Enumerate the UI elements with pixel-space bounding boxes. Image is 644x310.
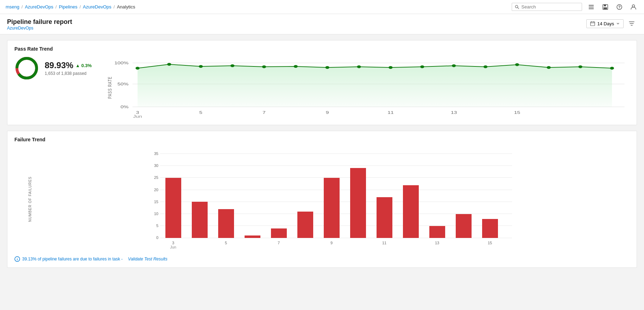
svg-rect-3 (589, 7, 594, 7)
svg-text:PASS RATE: PASS RATE (107, 76, 113, 99)
svg-text:5: 5 (199, 110, 202, 115)
date-range-label: 14 Days (597, 21, 614, 26)
svg-rect-4 (589, 8, 594, 9)
pass-rate-info: 89.93% ▲ 0.3% 1,653 of 1,838 passed (45, 60, 92, 76)
svg-point-38 (578, 65, 582, 68)
date-range-button[interactable]: 14 Days (586, 19, 624, 28)
nav-actions: ? (512, 2, 638, 12)
svg-point-28 (262, 65, 266, 68)
bar-3 (218, 209, 234, 238)
svg-point-30 (325, 66, 329, 69)
breadcrumb-azuredevops-2[interactable]: AzureDevOps (83, 4, 112, 9)
pass-rate-left: 89.93% ▲ 0.3% 1,653 of 1,838 passed (14, 56, 92, 80)
bar-10 (403, 185, 419, 238)
help-icon[interactable]: ? (614, 2, 624, 12)
breadcrumb: mseng / AzureDevOps / Pipelines / AzureD… (6, 4, 135, 9)
list-icon[interactable] (586, 2, 596, 12)
top-navigation: mseng / AzureDevOps / Pipelines / AzureD… (0, 0, 644, 14)
breadcrumb-analytics: Analytics (117, 4, 135, 9)
breadcrumb-mseng[interactable]: mseng (6, 4, 19, 9)
bar-7 (324, 178, 340, 238)
svg-text:15: 15 (514, 110, 520, 115)
svg-point-29 (294, 65, 298, 68)
search-box[interactable] (512, 3, 582, 11)
svg-text:7: 7 (278, 241, 280, 245)
save-icon[interactable] (600, 2, 610, 12)
search-icon (515, 5, 519, 9)
svg-point-39 (610, 67, 614, 70)
chevron-down-icon (616, 22, 620, 25)
svg-rect-6 (604, 5, 606, 6)
bar-1 (165, 178, 181, 238)
svg-text:35: 35 (154, 151, 158, 156)
svg-text:11: 11 (382, 241, 386, 245)
svg-text:9: 9 (330, 241, 333, 245)
bar-4 (245, 235, 260, 238)
page-title-block: Pipeline failure report AzureDevOps (7, 18, 72, 31)
bar-8 (350, 168, 366, 238)
bar-chart-area: 35 30 25 20 15 10 5 0 (32, 147, 630, 252)
svg-text:0%: 0% (120, 105, 128, 109)
main-content: Pass Rate Trend 89.93% (0, 34, 644, 273)
pass-rate-delta: ▲ 0.3% (75, 63, 91, 68)
bar-13 (482, 219, 498, 238)
svg-text:Jun: Jun (170, 245, 176, 249)
failure-trend-title: Failure Trend (14, 137, 630, 142)
svg-text:5: 5 (156, 224, 158, 228)
svg-text:?: ? (618, 5, 621, 9)
pass-rate-content: 89.93% ▲ 0.3% 1,653 of 1,838 passed 100%… (14, 56, 630, 119)
pass-rate-title: Pass Rate Trend (14, 46, 630, 52)
svg-text:9: 9 (326, 110, 329, 115)
donut-chart (14, 56, 39, 80)
filter-button[interactable] (626, 18, 637, 29)
pass-rate-card: Pass Rate Trend 89.93% (7, 40, 637, 125)
bar-11 (429, 226, 445, 238)
svg-point-35 (484, 65, 487, 68)
failure-trend-card: Failure Trend NUMBER OF FAILURES (7, 131, 637, 268)
failure-note-link[interactable]: Validate Test Results (128, 257, 168, 261)
search-input[interactable] (522, 4, 579, 9)
user-icon[interactable] (629, 2, 638, 12)
svg-text:5: 5 (225, 241, 227, 245)
svg-text:15: 15 (154, 200, 158, 204)
bar-6 (297, 212, 313, 238)
svg-point-36 (515, 63, 519, 66)
svg-text:0: 0 (156, 235, 158, 240)
failure-note: i 39.13% of pipeline failures are due to… (14, 256, 630, 262)
bar-chart-row: NUMBER OF FAILURES (14, 147, 630, 252)
svg-point-26 (199, 65, 203, 68)
calendar-icon (590, 21, 595, 26)
page-title: Pipeline failure report (7, 18, 72, 26)
svg-point-0 (515, 5, 518, 8)
pass-rate-chart: 100% 50% 0% (102, 56, 630, 119)
svg-text:100%: 100% (114, 61, 128, 65)
svg-text:25: 25 (154, 175, 158, 180)
breadcrumb-azuredevops-1[interactable]: AzureDevOps (25, 4, 53, 9)
svg-text:3: 3 (172, 241, 174, 245)
svg-rect-7 (604, 7, 607, 9)
svg-point-16 (17, 58, 37, 78)
svg-text:30: 30 (154, 163, 158, 168)
header-controls: 14 Days (586, 18, 637, 29)
breadcrumb-pipelines[interactable]: Pipelines (59, 4, 77, 9)
svg-text:15: 15 (488, 241, 492, 245)
svg-point-34 (452, 64, 456, 67)
svg-text:13: 13 (435, 241, 439, 245)
bar-2 (192, 202, 208, 238)
svg-text:50%: 50% (118, 82, 128, 86)
svg-rect-2 (589, 5, 594, 6)
page-header: Pipeline failure report AzureDevOps 14 D… (0, 14, 644, 34)
svg-text:10: 10 (154, 212, 158, 216)
bar-9 (377, 197, 392, 238)
failure-note-text: 39.13% of pipeline failures are due to f… (22, 257, 123, 261)
svg-point-27 (231, 64, 234, 67)
pass-rate-subtext: 1,653 of 1,838 passed (45, 71, 92, 76)
svg-point-24 (135, 67, 139, 70)
svg-rect-11 (591, 22, 595, 26)
svg-point-25 (167, 63, 171, 66)
svg-text:20: 20 (154, 188, 158, 192)
failure-trend-content: NUMBER OF FAILURES (14, 147, 630, 262)
bar-12 (456, 214, 472, 238)
svg-point-31 (357, 65, 361, 68)
svg-text:i: i (17, 258, 18, 261)
